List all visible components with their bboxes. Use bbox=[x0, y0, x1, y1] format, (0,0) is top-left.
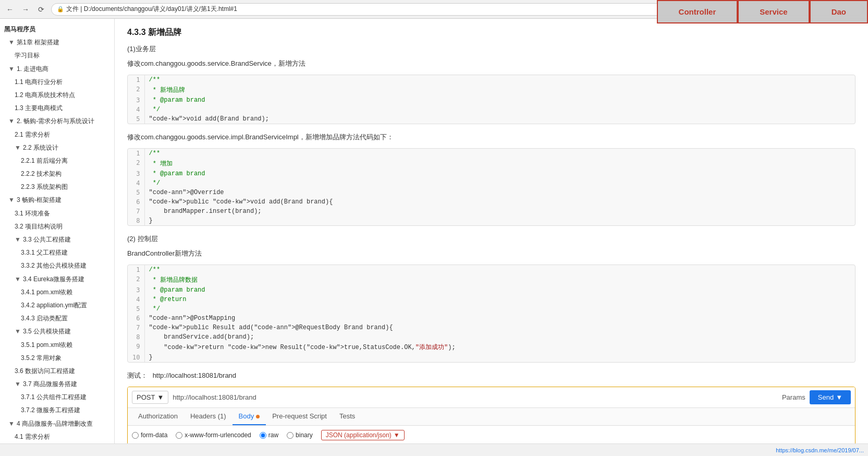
sidebar-item-ch3-5[interactable]: ▼3.5 公共模块搭建 bbox=[0, 325, 114, 338]
pm-tab-headers[interactable]: Headers (1) bbox=[184, 408, 233, 425]
tab-dao[interactable]: Dao bbox=[810, 0, 868, 23]
json-chevron: ▼ bbox=[394, 431, 400, 439]
sidebar-item-ch1-2-2-2[interactable]: 2.2.2 技术架构 bbox=[0, 167, 114, 181]
sidebar-item-ch3-7-1[interactable]: 3.7.1 公共组件工程搭建 bbox=[0, 391, 114, 404]
status-bar: https://blog.csdn.me/me/2019/07... bbox=[0, 443, 868, 456]
desc-text-2: 修改com.changgou.goods.service.impl.BrandS… bbox=[127, 133, 855, 142]
method-select[interactable]: POST ▼ bbox=[132, 391, 168, 404]
code-line: 5"code-ann">@Override bbox=[128, 188, 855, 197]
sidebar-item-ch3-4-2[interactable]: 3.4.2 appliation.yml配置 bbox=[0, 299, 114, 312]
radio-form-data[interactable]: form-data bbox=[132, 431, 167, 439]
sidebar-item-ch1[interactable]: ▼第1章 框架搭建 bbox=[0, 36, 114, 49]
postman-body: form-data x-www-form-urlencoded raw bina… bbox=[128, 426, 855, 443]
sidebar-item-ch1-goal[interactable]: 学习目标 bbox=[0, 49, 114, 62]
sidebar-item-root[interactable]: 黑马程序员 bbox=[0, 23, 114, 36]
sidebar: 黑马程序员▼第1章 框架搭建学习目标▼1. 走进电商1.1 电商行业分析1.2 … bbox=[0, 19, 115, 443]
test-label: 测试： bbox=[127, 371, 148, 379]
postman-url-bar: POST ▼ Params Send ▼ bbox=[128, 387, 855, 408]
sidebar-item-ch3-5-2[interactable]: 3.5.2 常用对象 bbox=[0, 352, 114, 365]
postman-panel: POST ▼ Params Send ▼ Authorization Heade… bbox=[127, 387, 855, 443]
sidebar-item-ch3-7-2[interactable]: 3.7.2 微服务工程搭建 bbox=[0, 404, 114, 417]
code-table-1: 1/**2 * 新增品牌3 * @param brand4 */5"code-k… bbox=[128, 75, 855, 124]
body-dot bbox=[256, 415, 260, 418]
sidebar-item-ch1-2-2-1[interactable]: 2.2.1 前后端分离 bbox=[0, 154, 114, 167]
sidebar-item-ch3-6[interactable]: 3.6 数据访问工程搭建 bbox=[0, 365, 114, 378]
sidebar-item-ch3-3-1[interactable]: 3.3.1 父工程搭建 bbox=[0, 246, 114, 259]
code-line: 4 */ bbox=[128, 105, 855, 114]
sidebar-item-ch3-7[interactable]: ▼3.7 商品微服务搭建 bbox=[0, 378, 114, 391]
code-line: 4 */ bbox=[128, 178, 855, 188]
code-line: 8 brandService.add(brand); bbox=[128, 332, 855, 342]
radio-binary[interactable]: binary bbox=[287, 431, 313, 439]
code-line: 3 * @param brand bbox=[128, 169, 855, 178]
send-button[interactable]: Send ▼ bbox=[810, 390, 851, 404]
code-table-3: 1/**2 * 新增品牌数据3 * @param brand4 * @retur… bbox=[128, 265, 855, 362]
body-radio-group: form-data x-www-form-urlencoded raw bina… bbox=[132, 430, 851, 440]
code-table-2: 1/**2 * 增加3 * @param brand4 */5"code-ann… bbox=[128, 149, 855, 225]
address-text: 文件 | D:/documents/changgou/讲义/day01/讲义/第… bbox=[66, 5, 237, 14]
sidebar-item-ch1-2[interactable]: ▼2. 畅购-需求分析与系统设计 bbox=[0, 115, 114, 128]
postman-tabs: Authorization Headers (1) Body Pre-reque… bbox=[128, 408, 855, 426]
sidebar-item-ch3-1[interactable]: 3.1 环境准备 bbox=[0, 207, 114, 220]
params-button[interactable]: Params bbox=[782, 393, 805, 401]
code-line: 2 * 新增品牌 bbox=[128, 85, 855, 95]
code-line: 6"code-kw">public "code-kw">void add(Bra… bbox=[128, 197, 855, 207]
sidebar-item-ch1-2-2[interactable]: ▼2.2 系统设计 bbox=[0, 141, 114, 154]
code-line: 1/** bbox=[128, 75, 855, 85]
desc-text-1: 修改com.changgou.goods.service.BrandServic… bbox=[127, 59, 855, 68]
json-badge[interactable]: JSON (application/json) ▼ bbox=[321, 430, 405, 440]
pm-tab-body[interactable]: Body bbox=[233, 408, 266, 425]
code-line: 4 * @return bbox=[128, 295, 855, 304]
code-line: 10} bbox=[128, 353, 855, 362]
code-block-3: 1/**2 * 新增品牌数据3 * @param brand4 * @retur… bbox=[127, 265, 855, 363]
code-line: 3 * @param brand bbox=[128, 95, 855, 105]
send-chevron: ▼ bbox=[836, 393, 842, 401]
sidebar-item-ch1-2-1[interactable]: 2.1 需求分析 bbox=[0, 128, 114, 141]
tab-controller[interactable]: Controller bbox=[657, 0, 738, 23]
sidebar-item-ch3-4-1[interactable]: 3.4.1 pom.xml依赖 bbox=[0, 286, 114, 299]
sidebar-item-ch1-1-2[interactable]: 1.2 电商系统技术特点 bbox=[0, 89, 114, 102]
status-right: https://blog.csdn.me/me/2019/07... bbox=[776, 447, 864, 453]
test-url: http://localhost:18081/brand bbox=[153, 371, 236, 379]
section-title: 4.3.3 新增品牌 bbox=[127, 27, 855, 38]
pm-tab-pre[interactable]: Pre-request Script bbox=[266, 408, 333, 425]
sub-title-2: (2) 控制层 bbox=[127, 234, 855, 244]
top-tabs-overlay: Controller Service Dao bbox=[657, 0, 868, 23]
sidebar-item-ch3-4-3[interactable]: 3.4.3 启动类配置 bbox=[0, 312, 114, 325]
code-line: 1/** bbox=[128, 149, 855, 158]
sidebar-item-ch1-1[interactable]: ▼1. 走进电商 bbox=[0, 63, 114, 76]
sidebar-item-ch3[interactable]: ▼3 畅购-框架搭建 bbox=[0, 194, 114, 207]
sidebar-item-ch1-2-2-3[interactable]: 2.2.3 系统架构图 bbox=[0, 181, 114, 194]
code-line: 1/** bbox=[128, 265, 855, 274]
sidebar-item-ch1-1-3[interactable]: 1.3 主要电商模式 bbox=[0, 102, 114, 115]
forward-button[interactable]: → bbox=[20, 4, 31, 15]
code-line: 2 * 增加 bbox=[128, 158, 855, 169]
code-line: 5"code-kw">void add(Brand brand); bbox=[128, 114, 855, 124]
code-block-2: 1/**2 * 增加3 * @param brand4 */5"code-ann… bbox=[127, 148, 855, 226]
sidebar-item-ch4[interactable]: ▼4 商品微服务-品牌增删改查 bbox=[0, 417, 114, 430]
sidebar-item-ch1-1-1[interactable]: 1.1 电商行业分析 bbox=[0, 76, 114, 89]
sidebar-item-ch3-3[interactable]: ▼3.3 公共工程搭建 bbox=[0, 233, 114, 246]
sidebar-item-ch3-4[interactable]: ▼3.4 Eureka微服务搭建 bbox=[0, 273, 114, 286]
radio-raw[interactable]: raw bbox=[260, 431, 278, 439]
reload-button[interactable]: ⟳ bbox=[35, 4, 47, 15]
url-input[interactable] bbox=[173, 393, 778, 401]
sidebar-item-ch4-1[interactable]: 4.1 需求分析 bbox=[0, 430, 114, 443]
main-layout: 黑马程序员▼第1章 框架搭建学习目标▼1. 走进电商1.1 电商行业分析1.2 … bbox=[0, 19, 868, 443]
back-button[interactable]: ← bbox=[4, 4, 16, 15]
content-area: 4.3.3 新增品牌 (1)业务层 修改com.changgou.goods.s… bbox=[115, 19, 868, 443]
sidebar-item-ch3-5-1[interactable]: 3.5.1 pom.xml依赖 bbox=[0, 339, 114, 352]
tab-service[interactable]: Service bbox=[738, 0, 809, 23]
sidebar-item-ch3-3-2[interactable]: 3.3.2 其他公共模块搭建 bbox=[0, 259, 114, 272]
pm-tab-tests[interactable]: Tests bbox=[333, 408, 361, 425]
code-line: 7"code-kw">public Result add("code-ann">… bbox=[128, 323, 855, 332]
desc-text-3: BrandController新增方法 bbox=[127, 249, 855, 258]
radio-urlencoded[interactable]: x-www-form-urlencoded bbox=[176, 431, 251, 439]
sidebar-item-ch3-2[interactable]: 3.2 项目结构说明 bbox=[0, 220, 114, 233]
send-label: Send bbox=[818, 393, 834, 401]
pm-tab-auth[interactable]: Authorization bbox=[132, 408, 184, 425]
code-line: 5 */ bbox=[128, 304, 855, 314]
lock-icon: 🔒 bbox=[57, 6, 64, 13]
code-line: 7 brandMapper.insert(brand); bbox=[128, 207, 855, 216]
code-line: 2 * 新增品牌数据 bbox=[128, 274, 855, 285]
